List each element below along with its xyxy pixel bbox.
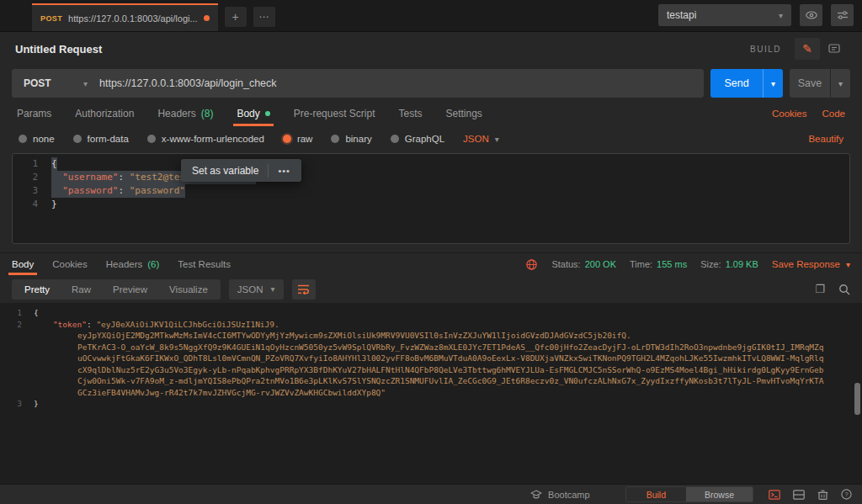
tab-strip: POST https://127.0.0.1:8003/api/logi... …	[0, 0, 862, 32]
radio-icon	[147, 135, 156, 143]
mode-form-data[interactable]: form-data	[73, 134, 129, 144]
method-value: POST	[24, 77, 51, 89]
view-pretty[interactable]: Pretty	[13, 284, 61, 294]
method-selector[interactable]: POST ▾	[12, 77, 99, 89]
raw-type-selector[interactable]: JSON ▾	[463, 134, 499, 144]
edit-mode-button[interactable]: ✎	[795, 38, 820, 60]
code-text: GCz3ieFB4VHAMvJwg-rR42t7k7mvJZHVGcjMG-rv…	[34, 387, 386, 399]
size-pair: Size: 1.09 KB	[700, 259, 758, 269]
trash-button[interactable]	[817, 490, 828, 500]
request-editor-wrap: Set as variable ••• 1{2 "username": "tes…	[0, 151, 862, 252]
vertical-scrollbar[interactable]	[854, 383, 860, 415]
code-line: 3}	[0, 398, 862, 410]
tab-settings[interactable]: Settings	[446, 101, 482, 126]
comment-icon	[827, 42, 841, 56]
mode-binary[interactable]: binary	[331, 134, 371, 144]
line-number: 4	[13, 198, 38, 211]
code-text: eyJpYXQiOjE2MDg2MTkwMzMsImV4cCI6MTYwODYy…	[34, 330, 631, 342]
build-button[interactable]: Build	[626, 487, 686, 501]
code-text: PeTKrAC3-O_oaYcW_8k9s5NggXfQ9z9K4GUEiN1q…	[34, 342, 824, 353]
beautify-link[interactable]: Beautify	[808, 134, 843, 144]
request-title[interactable]: Untitled Request	[15, 43, 102, 56]
tab-tests[interactable]: Tests	[398, 101, 422, 126]
save-label: Save	[790, 69, 830, 98]
code-line: 4}	[13, 198, 849, 211]
send-button[interactable]: Send ▾	[710, 69, 783, 98]
environment-name: testapi	[667, 9, 696, 21]
save-button[interactable]: Save ▾	[790, 69, 850, 98]
request-tab[interactable]: POST https://127.0.0.1:8003/api/logi...	[32, 3, 218, 31]
wrap-text-icon	[297, 284, 310, 294]
code-line: 1{	[0, 307, 862, 319]
wrap-lines-button[interactable]	[292, 279, 316, 300]
line-number: 3	[0, 398, 22, 410]
line-number: 1	[0, 307, 22, 319]
chevron-down-icon: ▾	[270, 284, 274, 294]
new-tab-button[interactable]: +	[225, 7, 247, 27]
tab-body[interactable]: Body	[237, 101, 269, 126]
set-as-variable-label[interactable]: Set as variable	[192, 164, 258, 178]
response-format-selector[interactable]: JSON ▾	[229, 279, 284, 300]
console-button[interactable]	[769, 490, 780, 500]
mode-raw[interactable]: raw	[283, 134, 313, 144]
time-pair: Time: 155 ms	[630, 259, 687, 269]
line-number: 2	[13, 171, 38, 184]
request-tabs: Params Authorization Headers (8) Body Pr…	[0, 101, 862, 126]
bootcamp-icon	[530, 490, 542, 500]
response-view-switch: Pretty Raw Preview Visualize	[12, 279, 221, 300]
tab-pre-request-script[interactable]: Pre-request Script	[294, 101, 375, 126]
radio-icon	[391, 135, 399, 143]
browse-button[interactable]: Browse	[686, 487, 753, 501]
environment-settings-button[interactable]	[831, 4, 854, 26]
search-button[interactable]	[838, 284, 850, 295]
code-line: uOCvwwkjFtGkaK6FIKWxO_QDhT8Lsl0mVCmnQN_P…	[0, 353, 862, 364]
url-input[interactable]: https://127.0.0.1:8003/api/login_check	[99, 77, 277, 89]
help-button[interactable]: ?	[841, 489, 852, 500]
tab-headers[interactable]: Headers (8)	[157, 101, 213, 126]
line-number: 1	[13, 157, 38, 171]
code-line: PeTKrAC3-O_oaYcW_8k9s5NggXfQ9z9K4GUEiN1q…	[0, 342, 862, 353]
environment-quicklook-button[interactable]	[800, 4, 822, 26]
response-tab-test-results[interactable]: Test Results	[178, 253, 231, 275]
tab-params[interactable]: Params	[17, 101, 51, 126]
view-preview[interactable]: Preview	[102, 284, 158, 294]
response-tab-cookies[interactable]: Cookies	[52, 253, 88, 275]
save-response-button[interactable]: Save Response ▾	[772, 259, 850, 269]
code-line: GCz3ieFB4VHAMvJwg-rR42t7k7mvJZHVGcjMG-rv…	[0, 387, 862, 399]
line-number	[0, 387, 22, 399]
network-globe-icon[interactable]	[525, 258, 538, 271]
bootcamp-button[interactable]: Bootcamp	[530, 490, 590, 500]
mode-none[interactable]: none	[19, 134, 55, 144]
radio-icon	[73, 135, 82, 143]
code-line: 2 "username": "test2@test	[13, 171, 849, 184]
tab-authorization[interactable]: Authorization	[75, 101, 134, 126]
tab-options-button[interactable]: ⋯	[253, 7, 275, 27]
code-text: }	[51, 198, 57, 211]
two-pane-view-button[interactable]	[793, 490, 805, 500]
code-line: 3 "password": "password"	[13, 184, 849, 198]
environment-selector[interactable]: testapi ▾	[658, 4, 791, 26]
response-tab-headers[interactable]: Headers (6)	[106, 253, 160, 275]
cookies-link[interactable]: Cookies	[772, 109, 807, 119]
request-body-editor[interactable]: Set as variable ••• 1{2 "username": "tes…	[12, 153, 850, 244]
url-bar: POST ▾ https://127.0.0.1:8003/api/login_…	[12, 69, 704, 98]
view-visualize[interactable]: Visualize	[158, 284, 219, 294]
response-body-editor[interactable]: 1{2 "token": "eyJ0eXAiOiJKV1QiLCJhbGciOi…	[0, 303, 862, 484]
line-number	[0, 353, 22, 364]
mode-graphql[interactable]: GraphQL	[391, 134, 444, 144]
unsaved-dot-icon	[204, 15, 210, 21]
set-as-variable-tooltip[interactable]: Set as variable •••	[181, 159, 301, 182]
send-options-button[interactable]: ▾	[763, 69, 783, 98]
view-raw[interactable]: Raw	[61, 284, 102, 294]
code-link[interactable]: Code	[822, 109, 846, 119]
save-options-button[interactable]: ▾	[830, 69, 850, 98]
chevron-down-icon: ▾	[495, 135, 499, 144]
mode-x-www-form-urlencoded[interactable]: x-www-form-urlencoded	[147, 134, 264, 144]
url-builder-row: POST ▾ https://127.0.0.1:8003/api/login_…	[0, 66, 862, 101]
line-number	[0, 330, 22, 342]
chevron-down-icon: ▾	[846, 260, 850, 269]
copy-button[interactable]: ❐	[815, 283, 825, 295]
response-tab-body[interactable]: Body	[12, 253, 34, 275]
tooltip-more-button[interactable]: •••	[268, 164, 290, 178]
comments-button[interactable]	[822, 38, 847, 60]
